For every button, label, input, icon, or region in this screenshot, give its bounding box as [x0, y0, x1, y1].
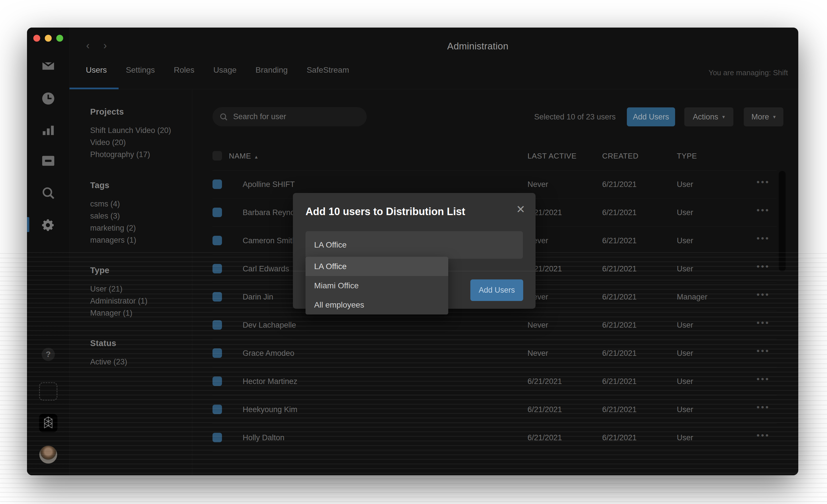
dropdown-option[interactable]: LA Office — [305, 257, 448, 276]
add-to-distribution-list-modal: Add 10 users to Distribution List ✕ LA O… — [293, 193, 536, 309]
window-controls — [33, 35, 63, 42]
close-window-button[interactable] — [33, 35, 40, 42]
desktop-background: ? ‹ › Administration You are managing: S… — [0, 0, 827, 504]
distribution-list-dropdown: LA Office Miami Office All employees — [305, 257, 448, 314]
modal-title: Add 10 users to Distribution List — [305, 206, 465, 218]
dropdown-option[interactable]: Miami Office — [305, 276, 448, 295]
distribution-list-select[interactable]: LA Office — [305, 231, 523, 259]
dropdown-option[interactable]: All employees — [305, 295, 448, 314]
modal-add-users-button[interactable]: Add Users — [470, 280, 523, 301]
minimize-window-button[interactable] — [45, 35, 52, 42]
zoom-window-button[interactable] — [56, 35, 63, 42]
close-icon[interactable]: ✕ — [516, 204, 525, 215]
app-window: ? ‹ › Administration You are managing: S… — [27, 28, 798, 475]
